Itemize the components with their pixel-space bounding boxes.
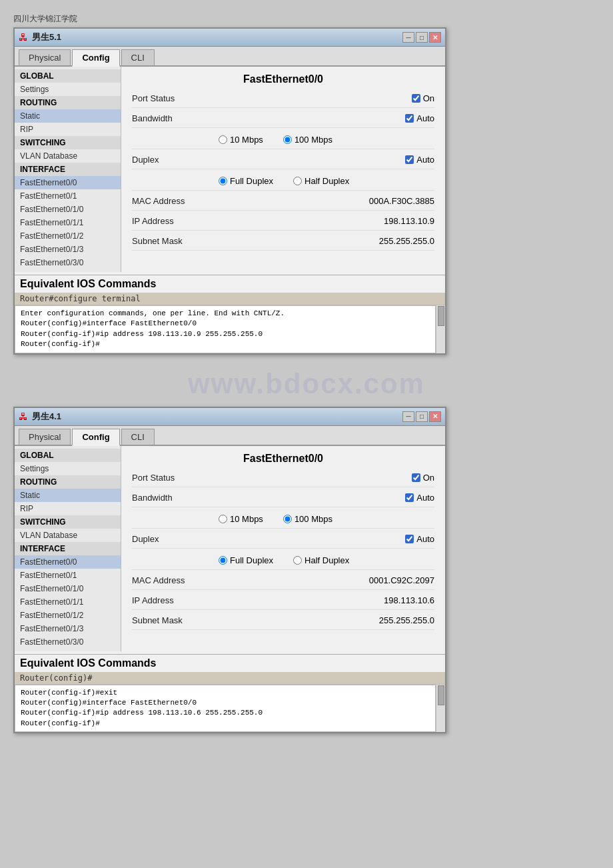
bandwidth-10-item-2[interactable]: 10 Mbps [219, 514, 263, 524]
bandwidth-10-item-1[interactable]: 10 Mbps [219, 135, 263, 145]
ios-scrollbar-2[interactable] [436, 685, 445, 733]
ios-scrollbar-1[interactable] [436, 305, 445, 353]
duplex-auto-1[interactable]: Auto [405, 155, 434, 165]
port-status-check-input-2[interactable] [412, 473, 420, 482]
duplex-full-radio-2[interactable] [219, 556, 227, 565]
sidebar-switching-2[interactable]: SWITCHING [15, 515, 121, 529]
mac-row-1: MAC Address 000A.F30C.3885 [132, 196, 434, 211]
tab-config-2[interactable]: Config [72, 429, 119, 446]
bandwidth-100-item-1[interactable]: 100 Mbps [283, 135, 332, 145]
port-status-on-2: On [423, 473, 434, 483]
bandwidth-label-1: Bandwidth [132, 113, 219, 123]
bandwidth-auto-label-2: Auto [416, 493, 434, 503]
port-status-checkbox-1[interactable]: On [412, 93, 434, 103]
sidebar-rip-1[interactable]: RIP [15, 123, 121, 136]
sidebar-routing-2[interactable]: ROUTING [15, 475, 121, 489]
minimize-btn-2[interactable]: ─ [402, 411, 414, 422]
port-status-checkbox-2[interactable]: On [412, 473, 434, 483]
subnet-label-2: Subnet Mask [132, 615, 219, 625]
duplex-label-1: Duplex [132, 155, 219, 165]
duplex-full-item-1[interactable]: Full Duplex [219, 176, 273, 186]
sidebar-global-1[interactable]: GLOBAL [15, 69, 121, 83]
sidebar-fe012-1[interactable]: FastEthernet0/1/2 [15, 229, 121, 243]
ios-scroll-thumb-2[interactable] [438, 685, 444, 705]
sidebar-scroll-2[interactable]: GLOBAL Settings ROUTING Static RIP SWITC… [15, 449, 121, 649]
sidebar-rip-2[interactable]: RIP [15, 502, 121, 515]
tab-physical-2[interactable]: Physical [19, 429, 71, 445]
sidebar-fe030-2[interactable]: FastEthernet0/3/0 [15, 635, 121, 649]
ios-terminal-wrapper-2: Router(config-if)#exit Router(config)#in… [15, 685, 445, 733]
duplex-half-label-2: Half Duplex [305, 555, 349, 565]
bandwidth-radio-row-1: 10 Mbps 100 Mbps [132, 133, 434, 149]
bandwidth-100-radio-2[interactable] [283, 515, 292, 523]
sidebar-fe01-2[interactable]: FastEthernet0/1 [15, 569, 121, 582]
sidebar-fe011-1[interactable]: FastEthernet0/1/1 [15, 216, 121, 229]
tab-cli-1[interactable]: CLI [121, 49, 155, 65]
sidebar-settings-2[interactable]: Settings [15, 462, 121, 475]
duplex-half-radio-1[interactable] [293, 177, 302, 185]
tab-physical-1[interactable]: Physical [19, 49, 71, 65]
ios-terminal-2[interactable]: Router(config-if)#exit Router(config)#in… [15, 685, 436, 733]
duplex-full-radio-1[interactable] [219, 177, 227, 185]
bandwidth-100-radio-1[interactable] [283, 135, 292, 144]
main-content-1: GLOBAL Settings ROUTING Static RIP SWITC… [15, 67, 445, 272]
bandwidth-10-radio-2[interactable] [219, 515, 227, 523]
close-btn-1[interactable]: ✕ [429, 32, 441, 43]
bandwidth-100-label-1: 100 Mbps [295, 135, 332, 145]
duplex-check-input-1[interactable] [405, 155, 414, 164]
sidebar-interface-2[interactable]: INTERFACE [15, 542, 121, 555]
bandwidth-check-input-1[interactable] [405, 114, 414, 123]
duplex-auto-2[interactable]: Auto [405, 534, 434, 544]
port-status-value-2: On [219, 473, 434, 483]
sidebar-static-2[interactable]: Static [15, 489, 121, 502]
tab-cli-2[interactable]: CLI [121, 429, 155, 445]
window-icon-2: 🖧 [19, 411, 28, 422]
sidebar-vlan-2[interactable]: VLAN Database [15, 529, 121, 542]
sidebar-fe00-1[interactable]: FastEthernet0/0 [15, 176, 121, 189]
sidebar-routing-1[interactable]: ROUTING [15, 96, 121, 109]
bandwidth-10-radio-1[interactable] [219, 135, 227, 144]
duplex-half-item-1[interactable]: Half Duplex [293, 176, 349, 186]
mac-label-2: MAC Address [132, 575, 219, 585]
port-status-check-input-1[interactable] [412, 94, 420, 103]
sidebar-scroll-1[interactable]: GLOBAL Settings ROUTING Static RIP SWITC… [15, 69, 121, 269]
sidebar-fe00-2[interactable]: FastEthernet0/0 [15, 555, 121, 569]
restore-btn-1[interactable]: □ [416, 32, 428, 43]
sidebar-fe013-2[interactable]: FastEthernet0/1/3 [15, 622, 121, 635]
sidebar-fe011-2[interactable]: FastEthernet0/1/1 [15, 595, 121, 609]
mac-text-1: 000A.F30C.3885 [369, 196, 434, 206]
sidebar-fe030-1[interactable]: FastEthernet0/3/0 [15, 256, 121, 269]
subnet-row-2: Subnet Mask 255.255.255.0 [132, 615, 434, 630]
duplex-row-2: Duplex Auto [132, 534, 434, 549]
sidebar-fe01-1[interactable]: FastEthernet0/1 [15, 189, 121, 203]
sidebar-fe012-2[interactable]: FastEthernet0/1/2 [15, 609, 121, 622]
ios-scroll-thumb-1[interactable] [438, 306, 444, 326]
sidebar-static-1[interactable]: Static [15, 109, 121, 123]
ios-terminal-1[interactable]: Enter configuration commands, one per li… [15, 305, 436, 353]
ios-terminal-wrapper-1: Enter configuration commands, one per li… [15, 305, 445, 353]
sidebar-interface-1[interactable]: INTERFACE [15, 163, 121, 176]
sidebar-fe010-1[interactable]: FastEthernet0/1/0 [15, 203, 121, 216]
duplex-full-item-2[interactable]: Full Duplex [219, 555, 273, 565]
duplex-half-radio-2[interactable] [293, 556, 302, 565]
sidebar-settings-1[interactable]: Settings [15, 83, 121, 96]
ios-line-2-3: Router(config-if)# [21, 719, 430, 729]
sidebar-vlan-1[interactable]: VLAN Database [15, 149, 121, 163]
close-btn-2[interactable]: ✕ [429, 411, 441, 422]
minimize-btn-1[interactable]: ─ [402, 32, 414, 43]
sidebar-fe010-2[interactable]: FastEthernet0/1/0 [15, 582, 121, 595]
sidebar-switching-1[interactable]: SWITCHING [15, 136, 121, 149]
bandwidth-auto-1[interactable]: Auto [405, 113, 434, 123]
tab-config-1[interactable]: Config [72, 49, 119, 67]
duplex-radio-row-2: Full Duplex Half Duplex [132, 554, 434, 570]
ios-header-2: Router(config)# [15, 672, 445, 685]
duplex-half-item-2[interactable]: Half Duplex [293, 555, 349, 565]
restore-btn-2[interactable]: □ [416, 411, 428, 422]
sidebar-global-2[interactable]: GLOBAL [15, 449, 121, 462]
sidebar-fe013-1[interactable]: FastEthernet0/1/3 [15, 243, 121, 256]
bandwidth-check-input-2[interactable] [405, 493, 414, 502]
bandwidth-100-item-2[interactable]: 100 Mbps [283, 514, 332, 524]
duplex-check-input-2[interactable] [405, 535, 414, 543]
bandwidth-auto-2[interactable]: Auto [405, 493, 434, 503]
ip-text-2: 198.113.10.6 [384, 595, 434, 605]
